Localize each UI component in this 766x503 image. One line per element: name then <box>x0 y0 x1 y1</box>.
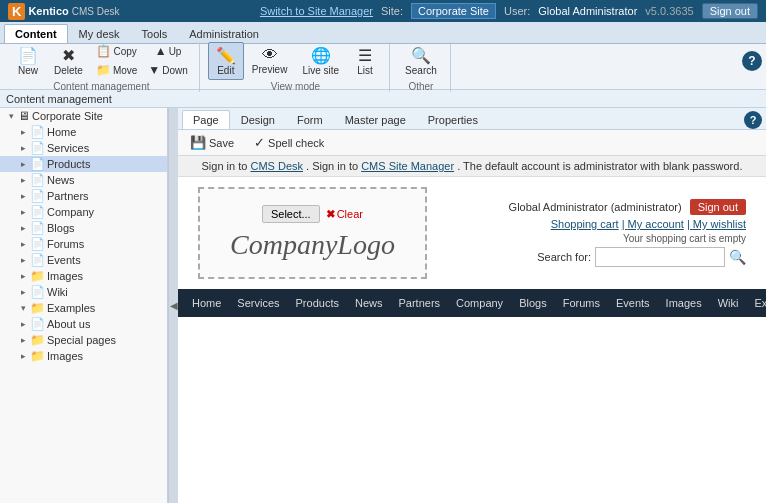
preview-button[interactable]: 👁 Preview <box>245 42 295 80</box>
live-site-button[interactable]: 🌐 Live site <box>295 42 346 80</box>
tab-mydesk[interactable]: My desk <box>68 24 131 43</box>
nav-products[interactable]: Products <box>288 291 347 315</box>
my-account-link[interactable]: My account <box>628 218 684 230</box>
new-icon: 📄 <box>18 46 38 65</box>
search-input[interactable] <box>595 247 725 267</box>
copy-button[interactable]: 📋 Copy <box>91 42 142 60</box>
copy-icon: 📋 <box>96 44 111 58</box>
sidebar-collapse-handle[interactable]: ◀ <box>168 108 178 503</box>
list-button[interactable]: ☰ List <box>347 42 383 80</box>
nav-home[interactable]: Home <box>184 291 229 315</box>
kentico-brand: Kentico <box>28 5 68 17</box>
tree-expand-images2: ▸ <box>16 351 30 361</box>
search-label: Search <box>405 65 437 76</box>
nav-forums[interactable]: Forums <box>555 291 608 315</box>
site-selector[interactable]: Corporate Site <box>411 3 496 19</box>
tree-expand-events: ▸ <box>16 255 30 265</box>
sidebar-item-blogs[interactable]: ▸ 📄 Blogs <box>0 220 167 236</box>
sidebar-item-special-pages[interactable]: ▸ 📁 Special pages <box>0 332 167 348</box>
nav-news[interactable]: News <box>347 291 391 315</box>
sidebar-item-services[interactable]: ▸ 📄 Services <box>0 140 167 156</box>
tree-expand-services: ▸ <box>16 143 30 153</box>
user-name: Global Administrator <box>538 5 637 17</box>
cms-desk-link[interactable]: CMS Desk <box>250 160 303 172</box>
sidebar-item-forums[interactable]: ▸ 📄 Forums <box>0 236 167 252</box>
tree-expand-wiki: ▸ <box>16 287 30 297</box>
sidebar-item-events[interactable]: ▸ 📄 Events <box>0 252 167 268</box>
toolbar: 📄 New ✖ Delete 📋 Copy 📁 Move ▲ <box>0 44 766 90</box>
spell-check-button[interactable]: ✓ Spell check <box>248 132 330 153</box>
nav-services[interactable]: Services <box>229 291 287 315</box>
subtab-properties[interactable]: Properties <box>417 110 489 129</box>
preview-account-links: Shopping cart | My account | My wishlist <box>551 218 746 230</box>
tree-expand-special: ▸ <box>16 335 30 345</box>
cms-site-manager-link[interactable]: CMS Site Manager <box>361 160 454 172</box>
sign-out-button[interactable]: Sign out <box>702 3 758 19</box>
tree-expand-examples: ▾ <box>16 303 30 313</box>
nav-partners[interactable]: Partners <box>390 291 448 315</box>
tab-administration[interactable]: Administration <box>178 24 270 43</box>
nav-wiki[interactable]: Wiki <box>710 291 747 315</box>
switch-site-manager-link[interactable]: Switch to Site Manager <box>260 5 373 17</box>
subtab-design[interactable]: Design <box>230 110 286 129</box>
search-for-label: Search for: <box>537 251 591 263</box>
logo-select-button[interactable]: Select... <box>262 205 320 223</box>
search-icon: 🔍 <box>411 46 431 65</box>
sidebar-item-home[interactable]: ▸ 📄 Home <box>0 124 167 140</box>
down-button[interactable]: ▼ Down <box>143 61 192 79</box>
shopping-cart-link[interactable]: Shopping cart <box>551 218 619 230</box>
nav-images[interactable]: Images <box>658 291 710 315</box>
sidebar-item-wiki[interactable]: ▸ 📄 Wiki <box>0 284 167 300</box>
list-icon: ☰ <box>358 46 372 65</box>
help-button[interactable]: ? <box>742 51 762 71</box>
sidebar-item-news[interactable]: ▸ 📄 News <box>0 172 167 188</box>
delete-button[interactable]: ✖ Delete <box>47 42 90 80</box>
content-management-label: Content management <box>10 81 193 92</box>
search-submit-icon[interactable]: 🔍 <box>729 249 746 265</box>
preview-nav: Home Services Products News Partners Com… <box>178 289 766 317</box>
images-icon: 📁 <box>30 269 45 283</box>
sidebar-item-about-us[interactable]: ▸ 📄 About us <box>0 316 167 332</box>
tree-expand-about: ▸ <box>16 319 30 329</box>
sidebar-item-examples[interactable]: ▾ 📁 Examples <box>0 300 167 316</box>
new-button[interactable]: 📄 New <box>10 42 46 80</box>
save-button[interactable]: 💾 Save <box>184 132 240 153</box>
edit-label: Edit <box>217 65 234 76</box>
save-icon: 💾 <box>190 135 206 150</box>
examples-label: Examples <box>47 302 95 314</box>
subtab-help-button[interactable]: ? <box>744 111 762 129</box>
view-mode-label: View mode <box>208 81 383 92</box>
content-management-bar: Content management <box>0 90 766 108</box>
subtab-master-page[interactable]: Master page <box>334 110 417 129</box>
images2-label: Images <box>47 350 83 362</box>
nav-company[interactable]: Company <box>448 291 511 315</box>
examples-icon: 📁 <box>30 301 45 315</box>
sidebar-item-partners[interactable]: ▸ 📄 Partners <box>0 188 167 204</box>
sidebar-item-company[interactable]: ▸ 📄 Company <box>0 204 167 220</box>
tree-root[interactable]: ▾ 🖥 Corporate Site <box>0 108 167 124</box>
sidebar-item-products[interactable]: ▸ 📄 Products <box>0 156 167 172</box>
subtab-form[interactable]: Form <box>286 110 334 129</box>
copy-label: Copy <box>113 46 136 57</box>
logo-area[interactable]: Select... ✖ Clear CompanyLogo <box>198 187 427 279</box>
search-button[interactable]: 🔍 Search <box>398 42 444 80</box>
tab-content[interactable]: Content <box>4 24 68 43</box>
move-button[interactable]: 📁 Move <box>91 61 142 79</box>
nav-blogs[interactable]: Blogs <box>511 291 555 315</box>
my-wishlist-link[interactable]: My wishlist <box>693 218 746 230</box>
nav-examples[interactable]: Examples <box>746 291 766 315</box>
tab-tools[interactable]: Tools <box>131 24 179 43</box>
subtab-help-icon[interactable]: ? <box>744 111 762 129</box>
subtab-page[interactable]: Page <box>182 110 230 129</box>
kentico-logo: K Kentico CMS Desk <box>8 3 120 20</box>
list-label: List <box>357 65 373 76</box>
preview-sign-out-button[interactable]: Sign out <box>690 199 746 215</box>
sidebar-item-images2[interactable]: ▸ 📁 Images <box>0 348 167 364</box>
tree-root-label: Corporate Site <box>32 110 103 122</box>
nav-events[interactable]: Events <box>608 291 658 315</box>
up-button[interactable]: ▲ Up <box>143 42 192 60</box>
logo-clear-button[interactable]: ✖ Clear <box>326 208 363 221</box>
edit-button[interactable]: ✏️ Edit <box>208 42 244 80</box>
sidebar-item-images[interactable]: ▸ 📁 Images <box>0 268 167 284</box>
preview-user-name: Global Administrator (administrator) <box>509 201 682 213</box>
